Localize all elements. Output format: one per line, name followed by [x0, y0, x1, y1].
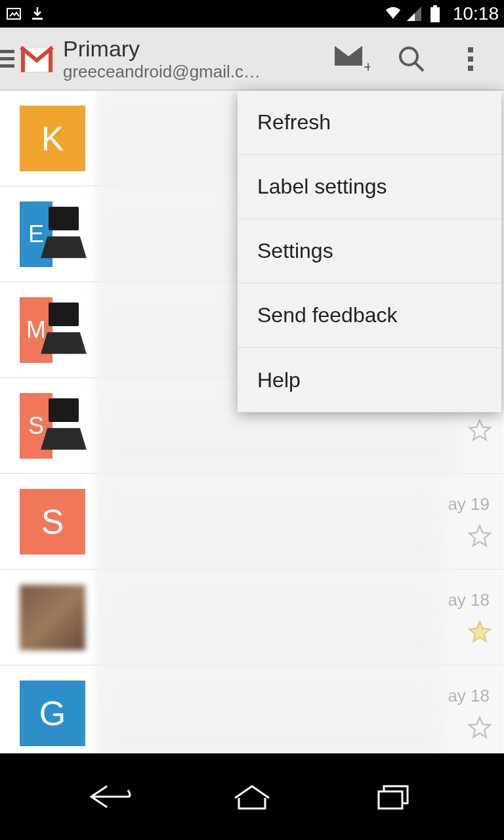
back-button[interactable]	[74, 774, 146, 820]
battery-icon	[427, 5, 444, 22]
avatar: S	[20, 489, 85, 555]
star-icon[interactable]	[467, 715, 492, 740]
star-icon[interactable]	[467, 620, 492, 644]
signal-icon	[406, 5, 423, 22]
svg-rect-2	[433, 5, 437, 7]
navigation-bar	[0, 753, 504, 840]
svg-rect-10	[468, 56, 473, 62]
action-bar: Primary greeceandroid@gmail.c… +	[0, 28, 504, 91]
menu-item-settings[interactable]: Settings	[238, 219, 501, 284]
status-time: 10:18	[453, 3, 499, 24]
email-date: ay 19	[448, 494, 490, 514]
gmail-icon	[18, 41, 55, 77]
email-row[interactable]: G ay 18	[0, 665, 504, 753]
laptop-icon	[46, 201, 85, 267]
laptop-icon	[46, 393, 85, 459]
home-button[interactable]	[216, 774, 288, 820]
email-preview	[98, 665, 441, 753]
svg-rect-11	[468, 66, 473, 71]
svg-rect-3	[430, 7, 440, 22]
avatar	[20, 585, 85, 650]
wifi-icon	[385, 5, 402, 22]
status-bar: 10:18	[0, 0, 504, 28]
menu-item-refresh[interactable]: Refresh	[238, 91, 501, 155]
page-title: Primary	[63, 36, 323, 62]
search-button[interactable]	[382, 30, 441, 89]
laptop-icon	[46, 297, 85, 363]
svg-line-8	[415, 63, 423, 71]
avatar: K	[20, 106, 85, 171]
menu-item-help[interactable]: Help	[238, 348, 501, 412]
overflow-menu: Refresh Label settings Settings Send fee…	[238, 91, 501, 412]
email-row[interactable]: S ay 19	[0, 474, 504, 570]
overflow-button[interactable]	[441, 30, 500, 89]
avatar: G	[20, 681, 85, 746]
email-date: ay 18	[448, 686, 490, 706]
star-icon[interactable]	[467, 418, 492, 443]
star-icon[interactable]	[467, 524, 492, 549]
menu-button[interactable]	[0, 43, 14, 75]
download-icon	[29, 5, 46, 22]
email-preview	[98, 474, 441, 569]
account-email: greeceandroid@gmail.c…	[63, 62, 286, 82]
svg-rect-1	[32, 18, 43, 20]
menu-item-send-feedback[interactable]: Send feedback	[238, 284, 501, 348]
svg-rect-12	[379, 791, 402, 808]
gallery-icon	[5, 5, 22, 22]
email-date: ay 18	[448, 590, 490, 610]
recent-button[interactable]	[358, 774, 430, 820]
menu-item-label-settings[interactable]: Label settings	[238, 155, 501, 219]
email-row[interactable]: ay 18	[0, 570, 504, 665]
svg-rect-9	[468, 47, 473, 52]
email-preview	[98, 570, 441, 665]
svg-point-7	[400, 48, 417, 65]
compose-button[interactable]: +	[323, 30, 382, 89]
svg-text:+: +	[364, 58, 370, 74]
